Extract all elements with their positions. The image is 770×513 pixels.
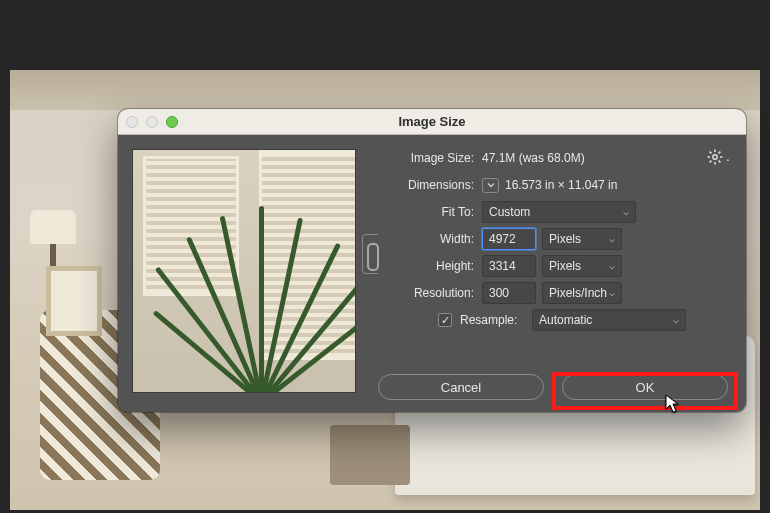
fit-to-value: Custom (489, 205, 530, 219)
dimensions-label: Dimensions: (364, 178, 482, 192)
resample-method-value: Automatic (539, 313, 592, 327)
chevron-down-icon: ⌵ (673, 314, 679, 325)
width-input[interactable] (482, 228, 536, 250)
width-unit-value: Pixels (549, 232, 581, 246)
resolution-input[interactable] (482, 282, 536, 304)
chevron-down-icon: ⌵ (609, 260, 615, 271)
image-preview-pane (118, 135, 356, 412)
resolution-label: Resolution: (364, 286, 482, 300)
svg-line-5 (709, 152, 711, 154)
constrain-proportions-icon[interactable] (362, 234, 378, 274)
dialog-title: Image Size (398, 114, 465, 129)
resolution-unit-select[interactable]: Pixels/Inch ⌵ (542, 282, 622, 304)
height-label: Height: (388, 259, 482, 273)
chevron-down-icon: ⌵ (609, 233, 615, 244)
resample-method-select[interactable]: Automatic ⌵ (532, 309, 686, 331)
fit-to-label: Fit To: (364, 205, 482, 219)
height-input[interactable] (482, 255, 536, 277)
height-unit-value: Pixels (549, 259, 581, 273)
svg-line-6 (718, 161, 720, 163)
width-unit-select[interactable]: Pixels ⌵ (542, 228, 622, 250)
dimensions-disclosure[interactable] (482, 178, 499, 193)
image-size-dialog: Image Size (118, 109, 746, 412)
window-minimize-button[interactable] (146, 116, 158, 128)
image-size-label: Image Size: (364, 151, 482, 165)
resample-label[interactable]: Resample: (458, 313, 532, 327)
window-zoom-button[interactable] (166, 116, 178, 128)
width-label: Width: (388, 232, 482, 246)
dimensions-value: 16.573 in × 11.047 in (505, 178, 617, 192)
svg-line-7 (718, 152, 720, 154)
image-size-value: 47.1M (was 68.0M) (482, 151, 585, 165)
image-preview[interactable] (132, 149, 356, 393)
window-close-button[interactable] (126, 116, 138, 128)
resolution-unit-value: Pixels/Inch (549, 286, 607, 300)
height-unit-select[interactable]: Pixels ⌵ (542, 255, 622, 277)
dialog-titlebar[interactable]: Image Size (118, 109, 746, 135)
cancel-button[interactable]: Cancel (378, 374, 544, 400)
gear-icon[interactable]: . (707, 149, 730, 168)
svg-line-8 (709, 161, 711, 163)
resample-checkbox[interactable] (438, 313, 452, 327)
ok-button[interactable]: OK (562, 374, 728, 400)
fit-to-select[interactable]: Custom ⌵ (482, 201, 636, 223)
svg-point-0 (713, 155, 717, 159)
chevron-down-icon: ⌵ (609, 287, 615, 298)
chevron-down-icon: ⌵ (623, 206, 629, 217)
